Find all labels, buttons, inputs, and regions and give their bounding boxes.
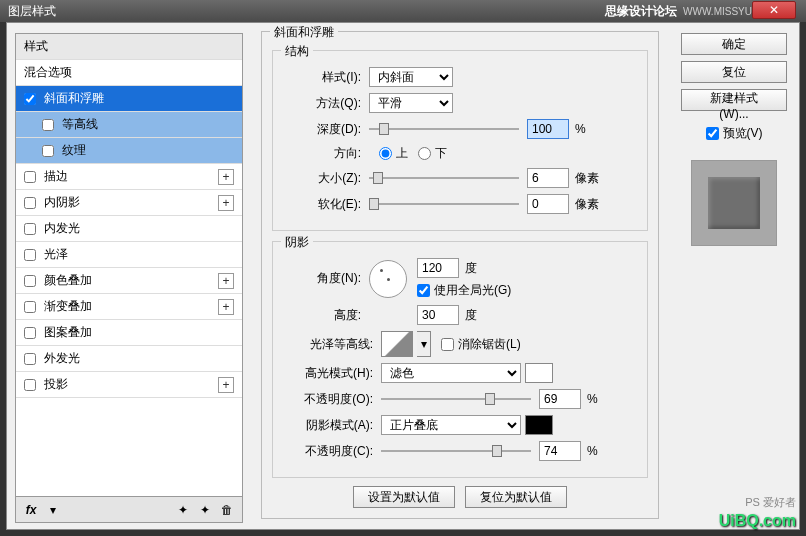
watermark-site: UiBQ.com — [719, 512, 796, 530]
close-icon: ✕ — [769, 3, 779, 17]
move-down-icon[interactable]: ✦ — [198, 503, 212, 517]
inner-glow-checkbox[interactable] — [24, 223, 36, 235]
window-title: 图层样式 — [8, 3, 605, 20]
direction-up-radio[interactable] — [379, 147, 392, 160]
shadow-opacity-slider[interactable] — [381, 443, 531, 459]
style-contour[interactable]: 等高线 — [16, 112, 242, 138]
add-stroke-icon[interactable]: + — [218, 169, 234, 185]
style-outer-glow[interactable]: 外发光 — [16, 346, 242, 372]
direction-down-radio[interactable] — [418, 147, 431, 160]
style-select[interactable]: 内斜面 — [369, 67, 453, 87]
style-bevel-emboss[interactable]: 斜面和浮雕 — [16, 86, 242, 112]
contour-checkbox[interactable] — [42, 119, 54, 131]
shading-legend: 阴影 — [281, 234, 313, 251]
fx-icon[interactable]: fx — [24, 503, 38, 517]
close-button[interactable]: ✕ — [752, 1, 796, 19]
drop-shadow-checkbox[interactable] — [24, 379, 36, 391]
style-satin[interactable]: 光泽 — [16, 242, 242, 268]
add-color-overlay-icon[interactable]: + — [218, 273, 234, 289]
depth-slider[interactable] — [369, 121, 519, 137]
direction-label: 方向: — [283, 145, 361, 162]
technique-select[interactable]: 平滑 — [369, 93, 453, 113]
ok-button[interactable]: 确定 — [681, 33, 787, 55]
preview-box — [691, 160, 777, 246]
pattern-overlay-checkbox[interactable] — [24, 327, 36, 339]
blend-options-row[interactable]: 混合选项 — [16, 60, 242, 86]
titlebar: 图层样式 思缘设计论坛 WWW.MISSYUAN.COM ✕ — [0, 0, 806, 22]
highlight-opacity-slider[interactable] — [381, 391, 531, 407]
contour-swatch[interactable] — [381, 331, 413, 357]
technique-label: 方法(Q): — [283, 95, 361, 112]
new-style-button[interactable]: 新建样式(W)... — [681, 89, 787, 111]
style-label: 样式(I): — [283, 69, 361, 86]
bevel-checkbox[interactable] — [24, 93, 36, 105]
soften-input[interactable] — [527, 194, 569, 214]
angle-input[interactable] — [417, 258, 459, 278]
highlight-color-swatch[interactable] — [525, 363, 553, 383]
satin-checkbox[interactable] — [24, 249, 36, 261]
global-light-checkbox[interactable] — [417, 284, 430, 297]
size-slider[interactable] — [369, 170, 519, 186]
add-drop-shadow-icon[interactable]: + — [218, 377, 234, 393]
altitude-input[interactable] — [417, 305, 459, 325]
style-pattern-overlay[interactable]: 图案叠加 — [16, 320, 242, 346]
highlight-mode-select[interactable]: 滤色 — [381, 363, 521, 383]
outer-glow-checkbox[interactable] — [24, 353, 36, 365]
style-stroke[interactable]: 描边+ — [16, 164, 242, 190]
cancel-button[interactable]: 复位 — [681, 61, 787, 83]
site-name: 思缘设计论坛 — [605, 3, 677, 20]
style-drop-shadow[interactable]: 投影+ — [16, 372, 242, 398]
contour-dropdown-icon[interactable]: ▾ — [417, 331, 431, 357]
soften-label: 软化(E): — [283, 196, 361, 213]
add-inner-shadow-icon[interactable]: + — [218, 195, 234, 211]
style-gradient-overlay[interactable]: 渐变叠加+ — [16, 294, 242, 320]
highlight-opacity-label: 不透明度(O): — [283, 391, 373, 408]
make-default-button[interactable]: 设置为默认值 — [353, 486, 455, 508]
depth-label: 深度(D): — [283, 121, 361, 138]
style-color-overlay[interactable]: 颜色叠加+ — [16, 268, 242, 294]
style-inner-shadow[interactable]: 内阴影+ — [16, 190, 242, 216]
structure-legend: 结构 — [281, 43, 313, 60]
inner-shadow-checkbox[interactable] — [24, 197, 36, 209]
add-gradient-overlay-icon[interactable]: + — [218, 299, 234, 315]
highlight-mode-label: 高光模式(H): — [283, 365, 373, 382]
shadow-mode-select[interactable]: 正片叠底 — [381, 415, 521, 435]
bevel-group: 斜面和浮雕 结构 样式(I):内斜面 方法(Q):平滑 深度(D):% 方向:上… — [261, 31, 659, 519]
right-panel: 确定 复位 新建样式(W)... 预览(V) — [669, 23, 799, 529]
styles-footer: fx ▾ ✦ ✦ 🗑 — [15, 497, 243, 523]
preview-swatch — [708, 177, 760, 229]
shadow-opacity-input[interactable] — [539, 441, 581, 461]
shadow-opacity-label: 不透明度(C): — [283, 443, 373, 460]
watermark-logo: PS 爱好者 — [745, 495, 796, 510]
settings-panel: 斜面和浮雕 结构 样式(I):内斜面 方法(Q):平滑 深度(D):% 方向:上… — [251, 23, 669, 529]
fx-menu-icon[interactable]: ▾ — [46, 503, 60, 517]
size-input[interactable] — [527, 168, 569, 188]
altitude-label: 高度: — [283, 307, 361, 324]
angle-label: 角度(N): — [283, 270, 361, 287]
gloss-contour-label: 光泽等高线: — [283, 336, 373, 353]
structure-group: 结构 样式(I):内斜面 方法(Q):平滑 深度(D):% 方向:上下 大小(Z… — [272, 50, 648, 231]
move-up-icon[interactable]: ✦ — [176, 503, 190, 517]
bevel-legend: 斜面和浮雕 — [270, 24, 338, 41]
size-label: 大小(Z): — [283, 170, 361, 187]
trash-icon[interactable]: 🗑 — [220, 503, 234, 517]
shadow-mode-label: 阴影模式(A): — [283, 417, 373, 434]
texture-checkbox[interactable] — [42, 145, 54, 157]
highlight-opacity-input[interactable] — [539, 389, 581, 409]
angle-dial[interactable] — [369, 260, 407, 298]
preview-checkbox[interactable] — [706, 127, 719, 140]
layer-style-dialog: 样式 混合选项 斜面和浮雕 等高线 纹理 描边+ 内阴影+ 内发光 光泽 颜色叠… — [6, 22, 800, 530]
shadow-color-swatch[interactable] — [525, 415, 553, 435]
soften-slider[interactable] — [369, 196, 519, 212]
styles-header: 样式 — [16, 34, 242, 60]
styles-panel: 样式 混合选项 斜面和浮雕 等高线 纹理 描边+ 内阴影+ 内发光 光泽 颜色叠… — [7, 23, 251, 529]
style-inner-glow[interactable]: 内发光 — [16, 216, 242, 242]
depth-input[interactable] — [527, 119, 569, 139]
color-overlay-checkbox[interactable] — [24, 275, 36, 287]
shading-group: 阴影 角度(N): 度 使用全局光(G) 高度:度 光泽等高线:▾消除锯齿(L)… — [272, 241, 648, 478]
stroke-checkbox[interactable] — [24, 171, 36, 183]
anti-alias-checkbox[interactable] — [441, 338, 454, 351]
style-texture[interactable]: 纹理 — [16, 138, 242, 164]
reset-default-button[interactable]: 复位为默认值 — [465, 486, 567, 508]
gradient-overlay-checkbox[interactable] — [24, 301, 36, 313]
